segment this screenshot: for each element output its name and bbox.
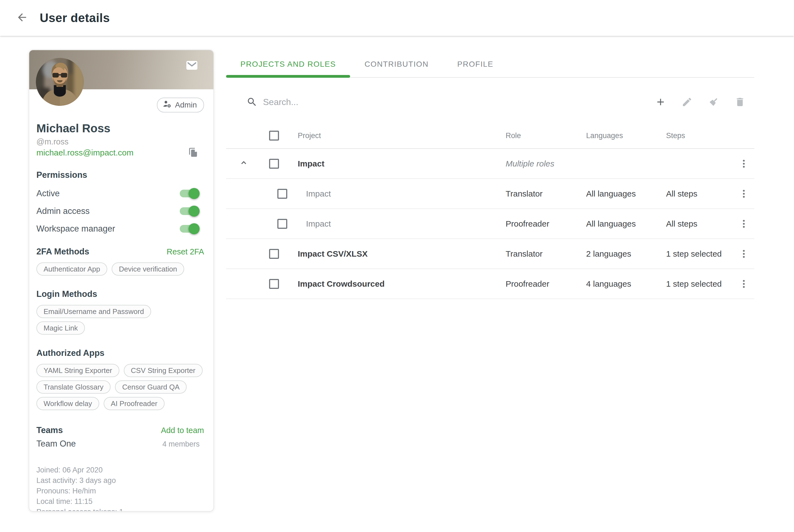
chip-workflow-delay: Workflow delay <box>36 397 99 410</box>
admin-badge: Admin <box>157 98 204 112</box>
meta-line: Joined: 06 Apr 2020 <box>36 465 204 475</box>
app-bar: User details <box>0 0 794 36</box>
delete-button[interactable] <box>734 96 745 108</box>
cell-languages: All languages <box>586 219 666 229</box>
user-meta: Joined: 06 Apr 2020Last activity: 3 days… <box>36 465 204 512</box>
edit-button[interactable] <box>681 96 693 108</box>
kebab-vertical-icon <box>738 218 749 229</box>
table-row-impact-0: ImpactMultiple roles <box>226 149 754 179</box>
cell-role: Proofreader <box>506 219 586 229</box>
permission-label: Active <box>36 189 60 198</box>
user-details-page: User details <box>0 0 794 532</box>
twofa-chips: Authenticator AppDevice verification <box>36 262 204 276</box>
permissions-title: Permissions <box>36 170 204 180</box>
row-menu-button[interactable] <box>738 218 749 229</box>
cell-role: Translator <box>506 249 586 259</box>
pencil-icon <box>681 96 693 108</box>
authorized-apps-title: Authorized Apps <box>36 348 204 358</box>
cell-languages: 4 languages <box>586 279 666 289</box>
meta-line: Personal access tokens: 1 <box>36 507 204 512</box>
meta-line: Last activity: 3 days ago <box>36 475 204 486</box>
meta-line: Pronouns: He/him <box>36 486 204 496</box>
tab-contribution[interactable]: CONTRIBUTION <box>350 51 443 77</box>
cell-project: Impact <box>286 159 506 168</box>
cell-steps: All steps <box>666 189 739 198</box>
add-button[interactable] <box>655 96 666 108</box>
user-handle: @m.ross <box>36 137 204 147</box>
team-members-count: 4 members <box>163 440 200 449</box>
clean-button[interactable] <box>708 96 719 108</box>
permission-row-admin-access: Admin access <box>36 202 204 220</box>
login-methods-title: Login Methods <box>36 289 204 299</box>
collapse-group-button[interactable] <box>238 156 251 169</box>
profile-card: Admin Michael Ross @m.ross michael.ross@… <box>29 50 214 512</box>
workspace-manager-toggle[interactable] <box>180 223 200 234</box>
toolbar-actions <box>655 96 745 108</box>
table-row-impact-crowdsourced-4: Impact CrowdsourcedProofreader4 language… <box>226 269 754 299</box>
search-icon <box>246 96 258 108</box>
active-toggle[interactable] <box>180 188 200 199</box>
chip-csv-string-exporter: CSV String Exporter <box>124 364 203 377</box>
teams-title: Teams <box>36 425 63 436</box>
cell-languages: 2 languages <box>586 249 666 259</box>
team-row: Team One4 members <box>36 439 204 449</box>
send-email-button[interactable] <box>186 61 198 70</box>
avatar <box>36 58 84 106</box>
login-methods-chips: Email/Username and PasswordMagic Link <box>36 305 204 335</box>
search-input[interactable] <box>262 96 655 108</box>
broom-icon <box>708 96 719 108</box>
table-toolbar <box>226 78 754 123</box>
add-to-team-link[interactable]: Add to team <box>161 426 204 435</box>
cell-steps: All steps <box>666 219 739 229</box>
chip-ai-proofreader: AI Proofreader <box>104 397 165 410</box>
cell-project: Impact <box>286 219 506 229</box>
tab-projects-and-roles[interactable]: PROJECTS AND ROLES <box>226 51 350 77</box>
row-checkbox[interactable] <box>269 249 279 259</box>
back-button[interactable] <box>16 11 29 24</box>
projects-table: ImpactMultiple rolesImpactTranslatorAll … <box>226 149 754 299</box>
arrow-left-icon <box>16 17 28 25</box>
user-email[interactable]: michael.ross@impact.com <box>36 148 133 157</box>
permission-label: Workspace manager <box>36 224 115 234</box>
trash-icon <box>734 96 745 108</box>
cell-role: Proofreader <box>506 279 586 289</box>
cell-project: Impact CSV/XLSX <box>286 249 506 259</box>
column-steps: Steps <box>666 132 739 140</box>
permissions-toggles: ActiveAdmin accessWorkspace manager <box>36 185 204 238</box>
copy-email-button[interactable] <box>188 147 198 158</box>
chevron-up-icon <box>238 157 251 168</box>
twofa-title: 2FA Methods <box>36 246 89 257</box>
row-menu-button[interactable] <box>738 188 749 199</box>
user-name: Michael Ross <box>36 121 204 136</box>
row-checkbox[interactable] <box>269 159 279 169</box>
permission-row-active: Active <box>36 185 204 202</box>
cell-role: Multiple roles <box>506 159 586 168</box>
row-menu-button[interactable] <box>738 158 749 169</box>
chip-device-verification: Device verification <box>112 262 184 276</box>
chip-yaml-string-exporter: YAML String Exporter <box>36 364 119 377</box>
tab-profile[interactable]: PROFILE <box>443 51 508 77</box>
column-project: Project <box>286 132 506 140</box>
permission-row-workspace-manager: Workspace manager <box>36 220 204 238</box>
table-header: Project Role Languages Steps <box>226 123 754 149</box>
copy-icon <box>188 151 198 159</box>
row-menu-button[interactable] <box>738 248 749 260</box>
table-row-impact-2: ImpactProofreaderAll languagesAll steps <box>226 209 754 239</box>
chip-censor-guard-qa: Censor Guard QA <box>115 380 187 394</box>
tab-bar: PROJECTS AND ROLESCONTRIBUTIONPROFILE <box>226 51 754 78</box>
admin-access-toggle[interactable] <box>180 206 200 217</box>
plus-icon <box>655 96 666 108</box>
column-languages: Languages <box>586 132 666 140</box>
chip-magic-link: Magic Link <box>36 321 85 335</box>
kebab-vertical-icon <box>738 188 749 199</box>
cell-project: Impact Crowdsourced <box>286 279 506 289</box>
person-gear-icon <box>163 99 172 111</box>
column-role: Role <box>506 132 586 140</box>
row-checkbox[interactable] <box>269 279 279 289</box>
select-all-checkbox[interactable] <box>269 131 279 140</box>
cell-languages: All languages <box>586 189 666 198</box>
row-menu-button[interactable] <box>738 279 749 289</box>
cell-project: Impact <box>286 189 506 198</box>
cell-role: Translator <box>506 189 586 198</box>
reset-2fa-link[interactable]: Reset 2FA <box>167 247 204 256</box>
